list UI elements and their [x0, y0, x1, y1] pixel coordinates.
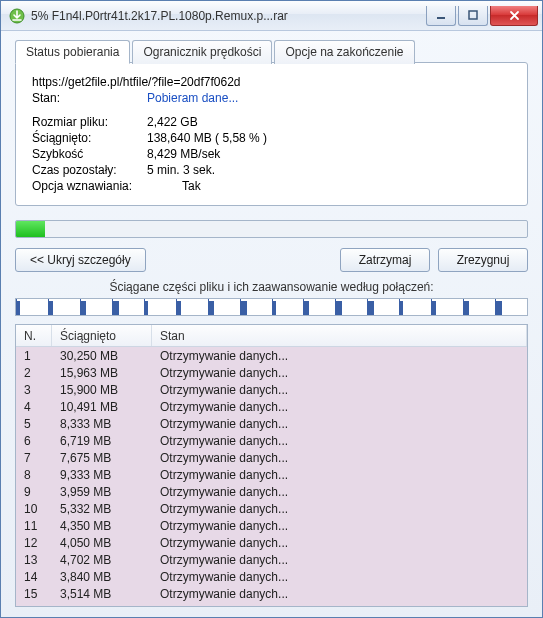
segment-fill	[303, 301, 308, 315]
cell-n: 5	[16, 417, 52, 431]
segment-fill	[495, 301, 502, 315]
cell-state: Otrzymywanie danych...	[152, 468, 527, 482]
table-header: N. Ściągnięto Stan	[16, 325, 527, 347]
cell-n: 7	[16, 451, 52, 465]
segment-fill	[431, 301, 436, 315]
window-title: 5% F1n4l.P0rtr41t.2k17.PL.1080p.Remux.p.…	[31, 9, 426, 23]
segments-caption: Ściągane części pliku i ich zaawansowani…	[15, 280, 528, 294]
segment-fill	[80, 301, 86, 315]
segment-fill	[240, 301, 247, 315]
titlebar[interactable]: 5% F1n4l.P0rtr41t.2k17.PL.1080p.Remux.p.…	[1, 1, 542, 31]
cell-state: Otrzymywanie danych...	[152, 400, 527, 414]
cell-n: 15	[16, 587, 52, 601]
state-value: Pobieram dane...	[147, 91, 238, 105]
table-row[interactable]: 58,333 MBOtrzymywanie danych...	[16, 415, 527, 432]
connections-table: N. Ściągnięto Stan 130,250 MBOtrzymywani…	[15, 324, 528, 607]
cell-downloaded: 15,900 MB	[52, 383, 152, 397]
cell-state: Otrzymywanie danych...	[152, 485, 527, 499]
table-row[interactable]: 105,332 MBOtrzymywanie danych...	[16, 500, 527, 517]
table-row[interactable]: 114,350 MBOtrzymywanie danych...	[16, 517, 527, 534]
progress-fill	[16, 221, 45, 237]
tab-bar: Status pobierania Ogranicznik prędkości …	[15, 39, 528, 63]
cell-downloaded: 9,333 MB	[52, 468, 152, 482]
col-downloaded[interactable]: Ściągnięto	[52, 325, 152, 346]
segment-fill	[208, 301, 214, 315]
downloaded-label: Ściągnięto:	[32, 131, 147, 145]
progress-bar	[15, 220, 528, 238]
table-row[interactable]: 124,050 MBOtrzymywanie danych...	[16, 534, 527, 551]
cell-state: Otrzymywanie danych...	[152, 434, 527, 448]
cell-downloaded: 4,702 MB	[52, 553, 152, 567]
maximize-button[interactable]	[458, 6, 488, 26]
table-row[interactable]: 143,840 MBOtrzymywanie danych...	[16, 568, 527, 585]
cell-n: 3	[16, 383, 52, 397]
segments-bar	[15, 298, 528, 316]
col-n[interactable]: N.	[16, 325, 52, 346]
timeleft-label: Czas pozostały:	[32, 163, 147, 177]
cell-state: Otrzymywanie danych...	[152, 570, 527, 584]
cell-downloaded: 8,333 MB	[52, 417, 152, 431]
table-row[interactable]: 410,491 MBOtrzymywanie danych...	[16, 398, 527, 415]
cell-state: Otrzymywanie danych...	[152, 587, 527, 601]
cell-n: 2	[16, 366, 52, 380]
cell-n: 14	[16, 570, 52, 584]
table-row[interactable]: 215,963 MBOtrzymywanie danych...	[16, 364, 527, 381]
cell-downloaded: 4,050 MB	[52, 536, 152, 550]
segment-fill	[272, 301, 276, 315]
cell-downloaded: 30,250 MB	[52, 349, 152, 363]
close-button[interactable]	[490, 6, 538, 26]
cell-state: Otrzymywanie danych...	[152, 604, 527, 607]
cell-state: Otrzymywanie danych...	[152, 536, 527, 550]
cell-state: Otrzymywanie danych...	[152, 451, 527, 465]
speed-value: 8,429 MB/sek	[147, 147, 220, 161]
cell-state: Otrzymywanie danych...	[152, 417, 527, 431]
table-row[interactable]: 89,333 MBOtrzymywanie danych...	[16, 466, 527, 483]
cell-downloaded: 6,719 MB	[52, 434, 152, 448]
size-value: 2,422 GB	[147, 115, 198, 129]
table-row[interactable]: 93,959 MBOtrzymywanie danych...	[16, 483, 527, 500]
cell-downloaded: 10,491 MB	[52, 400, 152, 414]
download-url: https://get2file.pl/htfile/?file=20df7f0…	[32, 75, 511, 89]
cell-n: 8	[16, 468, 52, 482]
resume-value: Tak	[182, 179, 201, 193]
cell-n: 11	[16, 519, 52, 533]
tab-status[interactable]: Status pobierania	[15, 40, 130, 64]
cell-n: 12	[16, 536, 52, 550]
cell-state: Otrzymywanie danych...	[152, 383, 527, 397]
table-row[interactable]: 134,702 MBOtrzymywanie danych...	[16, 551, 527, 568]
col-state[interactable]: Stan	[152, 325, 527, 346]
pause-button[interactable]: Zatrzymaj	[340, 248, 430, 272]
hide-details-button[interactable]: << Ukryj szczegóły	[15, 248, 146, 272]
table-row[interactable]: 315,900 MBOtrzymywanie danych...	[16, 381, 527, 398]
table-row[interactable]: 130,250 MBOtrzymywanie danych...	[16, 347, 527, 364]
timeleft-value: 5 min. 3 sek.	[147, 163, 215, 177]
cell-downloaded: 3,514 MB	[52, 587, 152, 601]
size-label: Rozmiar pliku:	[32, 115, 147, 129]
cell-state: Otrzymywanie danych...	[152, 349, 527, 363]
window-controls	[426, 6, 538, 26]
cell-downloaded: 3,959 MB	[52, 485, 152, 499]
cell-state: Otrzymywanie danych...	[152, 553, 527, 567]
table-row[interactable]: 77,675 MBOtrzymywanie danych...	[16, 449, 527, 466]
tab-speed-limiter[interactable]: Ogranicznik prędkości	[132, 40, 272, 64]
state-label: Stan:	[32, 91, 147, 105]
cell-state: Otrzymywanie danych...	[152, 366, 527, 380]
table-row[interactable]: 66,719 MBOtrzymywanie danych...	[16, 432, 527, 449]
segment-fill	[48, 301, 53, 315]
speed-label: Szybkość	[32, 147, 147, 161]
cancel-button[interactable]: Zrezygnuj	[438, 248, 528, 272]
table-row[interactable]: 153,514 MBOtrzymywanie danych...	[16, 585, 527, 602]
cell-n: 1	[16, 349, 52, 363]
minimize-button[interactable]	[426, 6, 456, 26]
cell-downloaded: 4,350 MB	[52, 519, 152, 533]
cell-n: 9	[16, 485, 52, 499]
table-row[interactable]: 164,651 MBOtrzymywanie danych...	[16, 602, 527, 606]
table-body[interactable]: 130,250 MBOtrzymywanie danych...215,963 …	[16, 347, 527, 606]
tab-on-complete[interactable]: Opcje na zakończenie	[274, 40, 414, 64]
downloaded-value: 138,640 MB ( 5,58 % )	[147, 131, 267, 145]
segment-fill	[399, 301, 403, 315]
resume-label: Opcja wznawiania:	[32, 179, 182, 193]
cell-downloaded: 4,651 MB	[52, 604, 152, 607]
cell-downloaded: 7,675 MB	[52, 451, 152, 465]
cell-n: 6	[16, 434, 52, 448]
